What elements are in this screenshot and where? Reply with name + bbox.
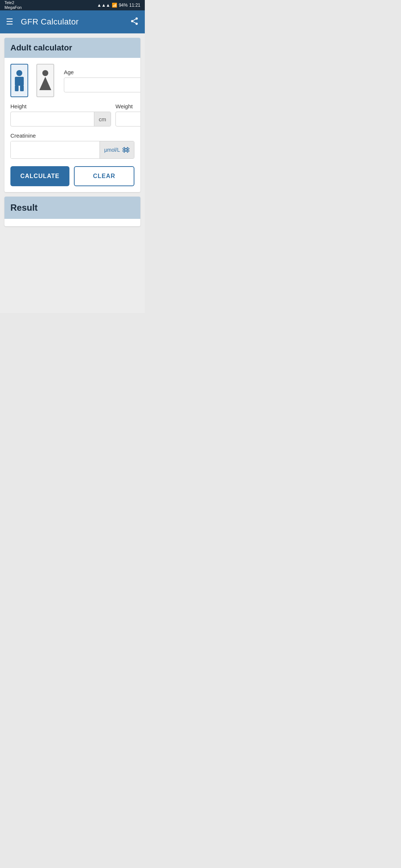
svg-rect-8 bbox=[20, 85, 24, 91]
svg-marker-10 bbox=[39, 77, 51, 90]
creatinine-unit-label: μmol/L bbox=[104, 147, 120, 153]
female-gender-button[interactable] bbox=[36, 64, 54, 97]
creatinine-unit-toggle[interactable]: μmol/L bbox=[100, 141, 134, 158]
gender-age-row: Age years bbox=[10, 64, 134, 97]
svg-line-3 bbox=[133, 22, 136, 23]
status-right: ▲▲▲ 📶 94% 11:21 bbox=[97, 3, 140, 8]
height-unit: cm bbox=[94, 112, 111, 126]
svg-rect-6 bbox=[15, 77, 24, 86]
share-icon bbox=[130, 17, 139, 26]
weight-label: Weight bbox=[115, 103, 140, 109]
carrier-info: Tele2 MegaFon bbox=[4, 0, 22, 10]
carrier1-label: Tele2 bbox=[4, 0, 22, 5]
svg-point-0 bbox=[136, 17, 138, 20]
weight-input-group: kg bbox=[115, 112, 140, 126]
menu-button[interactable]: ☰ bbox=[6, 18, 13, 26]
svg-line-4 bbox=[133, 19, 136, 20]
calculate-button[interactable]: CALCULATE bbox=[10, 166, 69, 186]
male-figure-icon bbox=[11, 69, 27, 92]
creatinine-label: Creatinine bbox=[10, 132, 134, 139]
height-input-group: cm bbox=[10, 112, 111, 126]
male-gender-button[interactable] bbox=[10, 64, 28, 97]
time-label: 11:21 bbox=[129, 3, 140, 8]
age-field: Age years bbox=[64, 69, 140, 92]
svg-point-5 bbox=[16, 70, 22, 76]
clear-button[interactable]: CLEAR bbox=[74, 166, 134, 186]
carrier2-label: MegaFon bbox=[4, 5, 22, 10]
height-label: Height bbox=[10, 103, 111, 109]
weight-field: Weight kg bbox=[115, 103, 140, 126]
result-card: Result bbox=[4, 197, 140, 226]
height-weight-row: Height cm Weight kg bbox=[10, 103, 134, 126]
creatinine-input[interactable] bbox=[11, 141, 100, 158]
calculator-title: Adult calculator bbox=[10, 43, 72, 52]
result-card-header: Result bbox=[4, 197, 140, 219]
calculator-card-body: Age years Height cm Weight bbox=[4, 58, 140, 192]
height-input[interactable] bbox=[11, 112, 94, 126]
svg-rect-7 bbox=[15, 85, 19, 91]
female-figure-icon bbox=[37, 69, 53, 92]
battery-label: 94% bbox=[119, 3, 128, 8]
result-title: Result bbox=[10, 203, 38, 213]
app-bar: ☰ GFR Calculator bbox=[0, 10, 145, 33]
wifi-icon: 📶 bbox=[112, 3, 117, 8]
action-buttons-row: CALCULATE CLEAR bbox=[10, 166, 134, 186]
signal-icon: ▲▲▲ bbox=[97, 3, 110, 8]
calculator-card-header: Adult calculator bbox=[4, 38, 140, 58]
app-title: GFR Calculator bbox=[21, 17, 130, 27]
calculator-card: Adult calculator bbox=[4, 38, 140, 192]
creatinine-input-group: μmol/L bbox=[10, 141, 134, 159]
age-input-group: years bbox=[64, 78, 140, 92]
age-label: Age bbox=[64, 69, 140, 75]
creatinine-field: Creatinine μmol/L bbox=[10, 132, 134, 159]
svg-point-9 bbox=[42, 70, 48, 76]
svg-point-2 bbox=[136, 23, 138, 25]
toggle-unit-icon bbox=[122, 147, 130, 153]
share-button[interactable] bbox=[130, 17, 139, 27]
height-field: Height cm bbox=[10, 103, 111, 126]
svg-point-1 bbox=[131, 20, 133, 22]
result-body bbox=[4, 219, 140, 226]
status-bar: Tele2 MegaFon ▲▲▲ 📶 94% 11:21 bbox=[0, 0, 145, 10]
main-content: Adult calculator bbox=[0, 33, 145, 313]
age-input[interactable] bbox=[64, 78, 140, 92]
weight-input[interactable] bbox=[116, 112, 140, 126]
